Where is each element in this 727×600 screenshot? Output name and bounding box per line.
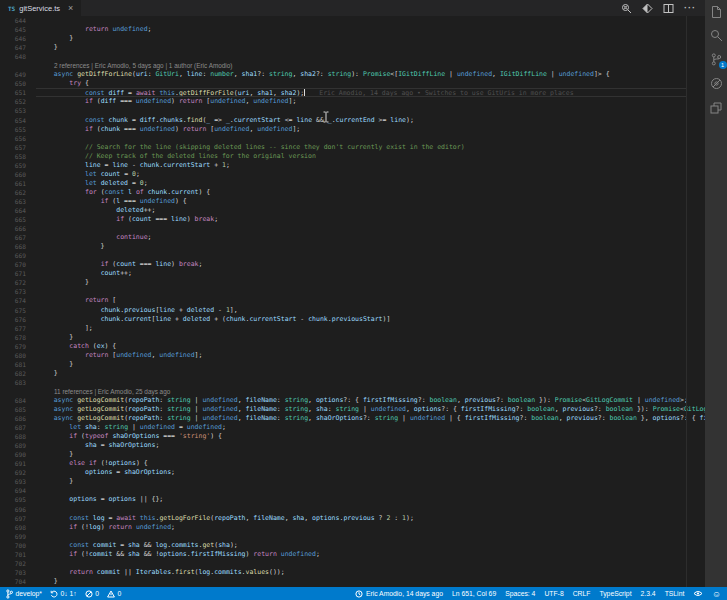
code-line[interactable]: 667 continue;: [0, 233, 705, 242]
code-line[interactable]: 665 if (count === line) break;: [0, 215, 705, 224]
code-line[interactable]: 695 options = options || {};: [0, 495, 705, 504]
code-line[interactable]: 690 }: [0, 450, 705, 459]
code-line[interactable]: 651 const diff = await this.getDiffForFi…: [0, 88, 705, 97]
line-number[interactable]: 695: [0, 495, 26, 504]
line-number[interactable]: 659: [0, 161, 26, 170]
line-number[interactable]: 697: [0, 514, 26, 523]
line-number[interactable]: 654: [0, 116, 26, 125]
line-number[interactable]: 694: [0, 486, 26, 495]
code-line[interactable]: 704 }: [0, 577, 705, 586]
code-line[interactable]: 646 }: [0, 34, 705, 43]
code-line[interactable]: 689 sha = shaOrOptions;: [0, 441, 705, 450]
indentation[interactable]: Spaces: 4: [505, 590, 535, 597]
line-number[interactable]: 683: [0, 378, 26, 387]
line-number[interactable]: 644: [0, 16, 26, 25]
eol[interactable]: CRLF: [573, 590, 591, 597]
codelens-text[interactable]: 11 references | Eric Amodio, 25 days ago: [54, 387, 170, 396]
code-line[interactable]: 666: [0, 224, 705, 233]
code-line[interactable]: 648: [0, 52, 705, 61]
line-number[interactable]: 692: [0, 468, 26, 477]
code-editor[interactable]: 644645 return undefined;646 }647 }6482 r…: [0, 16, 705, 587]
code-line[interactable]: 660 let count = 0;: [0, 170, 705, 179]
code-line[interactable]: 677 ];: [0, 324, 705, 333]
line-number[interactable]: 667: [0, 233, 26, 242]
line-number[interactable]: 700: [0, 541, 26, 550]
code-line[interactable]: 662 for (const l of chunk.current) {: [0, 188, 705, 197]
line-number[interactable]: 676: [0, 315, 26, 324]
code-line[interactable]: 691 else if (!options) {: [0, 459, 705, 468]
code-line[interactable]: 702: [0, 559, 705, 568]
code-line[interactable]: 679 catch (ex) {: [0, 342, 705, 351]
codelens-line[interactable]: 2 references | Eric Amodio, 5 days ago |…: [0, 61, 705, 70]
code-line[interactable]: 696: [0, 505, 705, 514]
code-line[interactable]: 652 if (diff === undefined) return [unde…: [0, 97, 705, 106]
code-line[interactable]: 675 chunk.previous[line + deleted - 1],: [0, 306, 705, 315]
code-line[interactable]: 670 if (count === line) break;: [0, 260, 705, 269]
line-number[interactable]: 679: [0, 342, 26, 351]
code-line[interactable]: 683: [0, 378, 705, 387]
code-line[interactable]: 699: [0, 532, 705, 541]
line-number[interactable]: 698: [0, 523, 26, 532]
code-line[interactable]: 650 try {: [0, 79, 705, 88]
code-line[interactable]: 692 options = shaOrOptions;: [0, 468, 705, 477]
code-line[interactable]: 698 if (!log) return undefined;: [0, 523, 705, 532]
code-line[interactable]: 686 async getLogCommit(repoPath: string …: [0, 414, 705, 423]
line-number[interactable]: 699: [0, 532, 26, 541]
code-line[interactable]: 674 return [: [0, 296, 705, 305]
line-number[interactable]: 661: [0, 179, 26, 188]
code-line[interactable]: 672 }: [0, 278, 705, 287]
code-line[interactable]: 645 return undefined;: [0, 25, 705, 34]
line-number[interactable]: 649: [0, 70, 26, 79]
line-number[interactable]: 691: [0, 459, 26, 468]
line-number[interactable]: 653: [0, 106, 26, 115]
more-actions-icon[interactable]: ···: [684, 5, 696, 11]
debug-icon[interactable]: [710, 77, 723, 90]
code-line[interactable]: 669: [0, 251, 705, 260]
line-number[interactable]: 656: [0, 134, 26, 143]
line-number[interactable]: 703: [0, 568, 26, 577]
line-number[interactable]: 665: [0, 215, 26, 224]
language-mode[interactable]: TypeScript: [599, 590, 631, 597]
line-number[interactable]: 664: [0, 206, 26, 215]
explorer-icon[interactable]: [710, 5, 723, 18]
line-number[interactable]: 655: [0, 125, 26, 134]
line-number[interactable]: 670: [0, 260, 26, 269]
code-line[interactable]: 673: [0, 287, 705, 296]
code-line[interactable]: 653: [0, 106, 705, 115]
git-branch-indicator[interactable]: develop*: [6, 589, 42, 599]
line-number[interactable]: 651: [0, 88, 26, 97]
line-number[interactable]: 648: [0, 52, 26, 61]
line-number[interactable]: 658: [0, 152, 26, 161]
toggle-blame[interactable]: [693, 590, 703, 597]
codelens-text[interactable]: 2 references | Eric Amodio, 5 days ago |…: [54, 61, 232, 70]
line-number[interactable]: 674: [0, 296, 26, 305]
code-line[interactable]: 654 const chunk = diff.chunks.find(_ => …: [0, 116, 705, 125]
code-line[interactable]: 644: [0, 16, 705, 25]
line-number[interactable]: 680: [0, 351, 26, 360]
code-line[interactable]: 693 }: [0, 477, 705, 486]
code-line[interactable]: 657 // Search for the line (skipping del…: [0, 143, 705, 152]
line-number[interactable]: 684: [0, 396, 26, 405]
line-number[interactable]: 660: [0, 170, 26, 179]
encoding[interactable]: UTF-8: [544, 590, 563, 597]
line-number[interactable]: 647: [0, 43, 26, 52]
code-line[interactable]: 700 const commit = sha && log.commits.ge…: [0, 541, 705, 550]
line-number[interactable]: 675: [0, 306, 26, 315]
code-line[interactable]: 687 let sha: string | undefined = undefi…: [0, 423, 705, 432]
line-number[interactable]: 662: [0, 188, 26, 197]
line-number[interactable]: 686: [0, 414, 26, 423]
line-number[interactable]: 671: [0, 269, 26, 278]
code-line[interactable]: 668 }: [0, 242, 705, 251]
code-line[interactable]: 647 }: [0, 43, 705, 52]
code-line[interactable]: 681 }: [0, 360, 705, 369]
line-number[interactable]: 673: [0, 287, 26, 296]
code-line[interactable]: 701 if (!commit && sha && !options.first…: [0, 550, 705, 559]
code-line[interactable]: 655 if (chunk === undefined) return [und…: [0, 125, 705, 134]
line-number[interactable]: 646: [0, 34, 26, 43]
tslint-status[interactable]: TSLint: [665, 590, 685, 597]
code-line[interactable]: 680 return [undefined, undefined];: [0, 351, 705, 360]
line-number[interactable]: 645: [0, 25, 26, 34]
extensions-icon[interactable]: [710, 101, 723, 114]
code-line[interactable]: 649 async getDiffForLine(uri: GitUri, li…: [0, 70, 705, 79]
sync-status[interactable]: 0↓ 1↑: [50, 590, 77, 598]
